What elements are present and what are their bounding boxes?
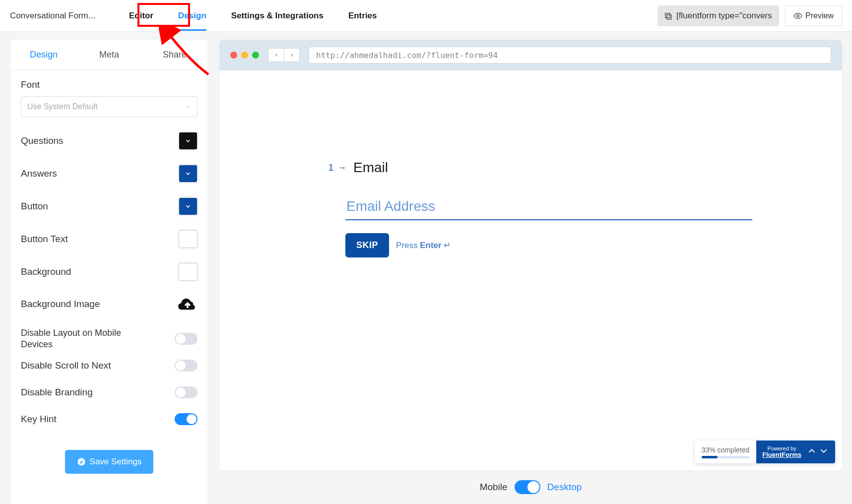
- device-toggle[interactable]: [515, 480, 540, 494]
- setting-answers: Answers: [21, 165, 197, 183]
- browser-chrome: http://ahmedalhadi.com/?fluent-form=94: [219, 40, 842, 70]
- tab-settings-integrations[interactable]: Settings & Integrations: [219, 1, 336, 31]
- font-select[interactable]: Use System Default: [21, 96, 197, 117]
- setting-button: Button: [21, 197, 197, 215]
- font-select-value: Use System Default: [27, 102, 97, 111]
- sidebar-tabs: Design Meta Share: [11, 40, 207, 70]
- questions-color-swatch[interactable]: [179, 132, 197, 150]
- key-hint-toggle[interactable]: [175, 413, 197, 425]
- save-settings-button[interactable]: Save Settings: [65, 450, 154, 474]
- next-question-button[interactable]: [818, 445, 829, 458]
- sidebar-tab-share[interactable]: Share: [142, 40, 207, 70]
- sidebar-tab-design[interactable]: Design: [11, 40, 76, 70]
- button-text-label: Button Text: [21, 234, 68, 245]
- disable-branding-label: Disable Branding: [21, 387, 93, 398]
- save-row: Save Settings: [21, 440, 197, 489]
- browser-body: 1 → Email SKIP Press Enter ↵ 33% compl: [219, 70, 842, 470]
- setting-button-text: Button Text: [21, 230, 197, 248]
- browser-nav-arrows: [268, 48, 300, 62]
- url-text: http://ahmedalhadi.com/?fluent-form=94: [316, 51, 498, 60]
- cloud-upload-icon: [178, 296, 197, 311]
- chevron-down-icon: [185, 137, 192, 144]
- powered-by[interactable]: Powered by FluentForms: [762, 445, 801, 458]
- device-desktop-label[interactable]: Desktop: [547, 482, 582, 493]
- progress-left: 33% completed: [695, 441, 757, 463]
- arrow-right-icon: →: [337, 163, 346, 173]
- progress-bar: 33% completed Powered by FluentForms: [695, 441, 835, 463]
- check-circle-icon: [77, 457, 86, 466]
- progress-text: 33% completed: [702, 446, 750, 454]
- tab-design[interactable]: Design: [166, 1, 219, 31]
- topbar-tabs: Editor Design Settings & Integrations En…: [117, 1, 390, 31]
- tab-entries[interactable]: Entries: [336, 1, 390, 31]
- progress-track: [702, 456, 750, 458]
- chevron-left-icon: [274, 52, 279, 58]
- question-header: 1 → Email: [328, 160, 735, 176]
- shortcode-box[interactable]: [fluentform type="convers: [657, 5, 779, 26]
- email-input[interactable]: [345, 195, 752, 220]
- answers-color-swatch[interactable]: [179, 165, 197, 183]
- progress-fill: [702, 456, 718, 458]
- prev-question-button[interactable]: [806, 445, 817, 458]
- shortcode-text: [fluentform type="convers: [676, 11, 772, 21]
- traffic-lights: [230, 52, 259, 59]
- setting-questions: Questions: [21, 132, 197, 150]
- button-text-color-swatch[interactable]: [179, 230, 197, 248]
- form-title: Conversational Form...: [10, 11, 102, 21]
- topbar-right: [fluentform type="convers Preview: [657, 5, 842, 26]
- setting-background: Background: [21, 263, 197, 281]
- skip-button[interactable]: SKIP: [345, 233, 389, 257]
- tab-editor[interactable]: Editor: [117, 1, 166, 31]
- traffic-light-close-icon: [230, 52, 237, 59]
- setting-disable-branding: Disable Branding: [21, 386, 197, 398]
- progress-right: Powered by FluentForms: [756, 441, 835, 463]
- chevron-down-icon: [185, 104, 191, 110]
- preview-panel: http://ahmedalhadi.com/?fluent-form=94 1…: [219, 40, 842, 504]
- chevron-down-icon: [818, 445, 829, 456]
- url-bar[interactable]: http://ahmedalhadi.com/?fluent-form=94: [309, 47, 831, 63]
- traffic-light-minimize-icon: [241, 52, 248, 59]
- setting-background-image: Background Image: [21, 296, 197, 313]
- questions-label: Questions: [21, 135, 64, 146]
- disable-layout-mobile-toggle[interactable]: [175, 333, 197, 345]
- background-label: Background: [21, 266, 71, 277]
- disable-branding-toggle[interactable]: [175, 386, 197, 398]
- chevron-down-icon: [185, 203, 192, 210]
- setting-disable-layout-mobile: Disable Layout on Mobile Devices: [21, 327, 197, 351]
- answers-label: Answers: [21, 168, 57, 179]
- button-color-swatch[interactable]: [179, 197, 197, 215]
- question-area: 1 → Email SKIP Press Enter ↵: [328, 160, 735, 257]
- question-title: Email: [353, 160, 388, 176]
- preview-button[interactable]: Preview: [785, 5, 842, 26]
- disable-scroll-next-toggle[interactable]: [175, 360, 197, 372]
- question-number: 1: [328, 163, 333, 173]
- disable-scroll-next-label: Disable Scroll to Next: [21, 360, 111, 371]
- main-area: Design Meta Share Font Use System Defaul…: [0, 32, 852, 504]
- chevron-down-icon: [185, 170, 192, 177]
- disable-layout-mobile-label: Disable Layout on Mobile Devices: [21, 327, 135, 351]
- svg-point-2: [797, 14, 799, 17]
- key-hint-label: Key Hint: [21, 414, 57, 425]
- upload-image-button[interactable]: [178, 296, 197, 313]
- powered-by-brand: FluentForms: [762, 451, 801, 458]
- browser-mock: http://ahmedalhadi.com/?fluent-form=94 1…: [219, 40, 842, 470]
- sidebar-tab-meta[interactable]: Meta: [76, 40, 142, 70]
- button-row: SKIP Press Enter ↵: [345, 233, 735, 257]
- chevron-up-icon: [806, 445, 817, 456]
- device-toggle-row: Mobile Desktop: [219, 470, 842, 504]
- device-mobile-label[interactable]: Mobile: [480, 482, 508, 493]
- svg-rect-1: [667, 14, 671, 19]
- setting-disable-scroll-next: Disable Scroll to Next: [21, 360, 197, 372]
- background-color-swatch[interactable]: [179, 263, 197, 281]
- sidebar: Design Meta Share Font Use System Defaul…: [11, 40, 207, 504]
- pagination-arrows: [806, 445, 829, 458]
- preview-button-label: Preview: [805, 11, 834, 20]
- chevron-right-icon: [289, 52, 294, 58]
- browser-forward-button[interactable]: [284, 48, 300, 62]
- browser-back-button[interactable]: [268, 48, 284, 62]
- traffic-light-maximize-icon: [252, 52, 259, 59]
- font-label: Font: [21, 79, 197, 90]
- sidebar-body: Font Use System Default Questions Answer…: [11, 70, 207, 504]
- background-image-label: Background Image: [21, 299, 100, 310]
- key-hint-text: Press Enter ↵: [396, 240, 451, 251]
